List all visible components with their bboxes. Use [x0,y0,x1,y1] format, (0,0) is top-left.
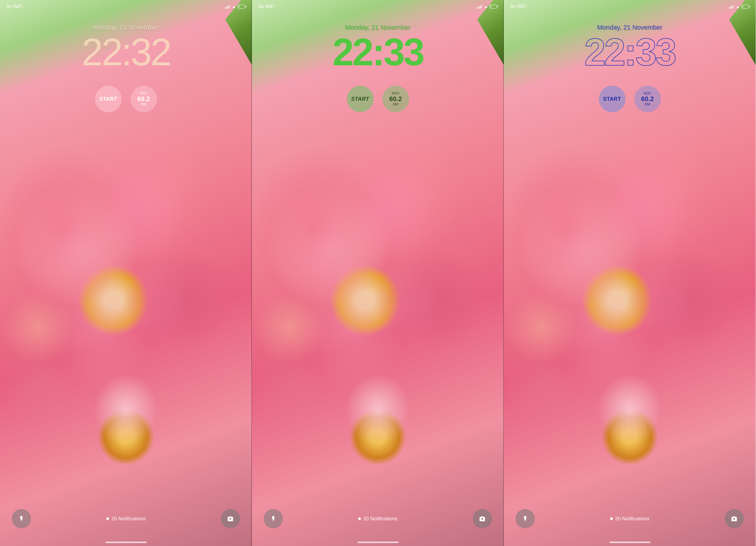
home-indicator-2 [357,542,399,543]
signal-icon-1 [225,4,230,9]
flashlight-icon-1 [18,516,25,522]
camera-button-1[interactable] [221,509,240,528]
phone-screen-3: Jio WiFi ▲ Monday, 21 November 22:33 STA… [504,0,756,546]
time-1: 22:32 [0,33,252,71]
time-3: 22:33 [504,33,756,71]
home-indicator-1 [105,542,147,543]
notifications-3[interactable]: 20 Notifications [610,516,649,522]
phone-screen-1: Jio WiFi ▲ Monday, 21 November 22:32 STA… [0,0,252,546]
stats-widget-1[interactable]: NOV 60.2 KM [131,86,157,112]
flashlight-icon-2 [270,516,277,522]
notif-dot-2 [358,517,361,520]
status-bar-2: Jio WiFi ▲ [252,0,504,13]
time-2: 22:33 [252,33,504,71]
phone-screen-2: Jio WiFi ▲ Monday, 21 November 22:33 STA… [252,0,504,546]
flashlight-icon-3 [522,516,529,522]
camera-icon-2 [479,516,485,522]
signal-icon-3 [729,4,734,9]
flashlight-button-3[interactable] [516,509,535,528]
carrier-text-3: Jio WiFi [510,4,527,9]
datetime-2: Monday, 21 November 22:33 [252,24,504,71]
bottom-controls-1: 20 Notifications [0,509,252,528]
screen-divider-1 [251,0,252,546]
camera-button-3[interactable] [725,509,744,528]
screen-divider-2 [503,0,504,546]
wifi-icon-1: ▲ [232,4,236,9]
start-widget-3[interactable]: START [599,86,625,112]
carrier-text-1: Jio WiFi [6,4,23,9]
notifications-2[interactable]: 20 Notifications [358,516,397,522]
datetime-1: Monday, 21 November 22:32 [0,24,252,71]
signal-icon-2 [477,4,482,9]
flashlight-button-1[interactable] [12,509,31,528]
widgets-row-2: START NOV 60.2 KM [252,86,504,112]
widgets-row-1: START NOV 60.2 KM [0,86,252,112]
bottom-controls-3: 20 Notifications [504,509,756,528]
status-bar-1: Jio WiFi ▲ [0,0,252,13]
flashlight-button-2[interactable] [264,509,283,528]
wifi-icon-3: ▲ [736,4,740,9]
home-indicator-3 [609,542,651,543]
petal-overlay-2 [252,0,504,546]
datetime-3: Monday, 21 November 22:33 [504,24,756,71]
start-widget-1[interactable]: START [95,86,122,112]
camera-button-2[interactable] [473,509,492,528]
status-bar-3: Jio WiFi ▲ [504,0,756,13]
camera-icon-3 [731,516,737,522]
widgets-row-3: START NOV 60.2 KM [504,86,756,112]
stats-widget-3[interactable]: NOV 60.2 KM [634,86,661,112]
notif-dot-1 [106,517,109,520]
battery-icon-3 [742,5,750,9]
status-icons-3: ▲ [729,4,750,9]
wifi-icon-2: ▲ [484,4,488,9]
carrier-text-2: Jio WiFi [258,4,275,9]
stats-widget-2[interactable]: NOV 60.2 KM [382,86,409,112]
bottom-controls-2: 20 Notifications [252,509,504,528]
status-icons-2: ▲ [477,4,498,9]
battery-icon-2 [490,5,498,9]
petal-overlay-1 [0,0,252,546]
camera-icon-1 [227,516,234,522]
notif-dot-3 [610,517,613,520]
status-icons-1: ▲ [225,4,246,9]
start-widget-2[interactable]: START [347,86,374,112]
petal-overlay-3 [504,0,756,546]
battery-icon-1 [238,5,246,9]
notifications-1[interactable]: 20 Notifications [106,516,146,522]
